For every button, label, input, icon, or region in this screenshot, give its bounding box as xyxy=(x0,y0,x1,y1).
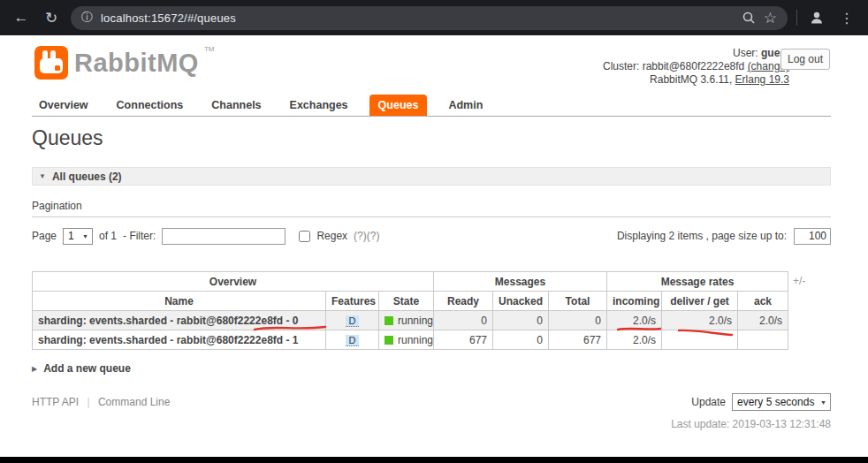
queue-total-cell: 0 xyxy=(549,311,607,330)
search-icon[interactable] xyxy=(742,11,756,25)
select-arrow-icon: ▼ xyxy=(82,233,88,239)
col-header-incoming[interactable]: incoming xyxy=(607,292,662,311)
queues-table-wrap: Overview Messages Message rates Name Fea… xyxy=(32,271,788,350)
col-header-total[interactable]: Total xyxy=(549,292,607,311)
select-arrow-icon: ▼ xyxy=(820,399,826,406)
table-row: sharding: events.sharded - rabbit@680f22… xyxy=(33,330,788,350)
page-title: Queues xyxy=(32,126,103,150)
logo-tm: TM xyxy=(204,45,215,53)
queue-unacked-cell: 0 xyxy=(493,311,549,330)
add-queue-section-toggle[interactable]: ▶ Add a new queue xyxy=(32,362,131,375)
account-info: User: guest Cluster: rabbit@680f2222e8fd… xyxy=(603,47,789,87)
screenshot-bottom-edge xyxy=(0,457,868,463)
col-header-ack[interactable]: ack xyxy=(738,292,788,311)
tab-overview[interactable]: Overview xyxy=(32,95,95,116)
page-label: Page xyxy=(32,230,57,242)
collapse-triangle-icon: ▼ xyxy=(39,172,46,180)
group-header-message-rates: Message rates xyxy=(607,272,788,292)
page-number-value: 1 xyxy=(68,230,74,242)
queue-deliver-get-cell: 2.0/s xyxy=(662,311,738,330)
divider-rule xyxy=(32,216,831,217)
footer-links: HTTP API | Command Line xyxy=(32,396,170,408)
browser-menu-icon[interactable]: ⋮ xyxy=(836,7,857,28)
page-number-select[interactable]: 1 ▼ xyxy=(63,228,93,245)
queue-features-cell: D xyxy=(326,311,379,330)
page-size-input[interactable] xyxy=(794,228,831,245)
url-text[interactable]: localhost:15672/#/queues xyxy=(101,11,734,25)
all-queues-label: All queues (2) xyxy=(52,171,122,183)
queue-ack-cell xyxy=(738,330,788,350)
column-toggle[interactable]: +/- xyxy=(793,275,805,287)
bookmark-star-icon[interactable]: ☆ xyxy=(764,11,777,26)
running-state-icon xyxy=(385,336,393,345)
erlang-version-link[interactable]: Erlang 19.3 xyxy=(735,73,789,86)
queue-deliver-get-cell xyxy=(662,330,738,350)
filter-label: - Filter: xyxy=(123,230,156,242)
rabbitmq-logo-icon xyxy=(34,45,69,80)
tab-channels[interactable]: Channels xyxy=(204,95,268,116)
add-queue-label: Add a new queue xyxy=(43,362,131,375)
displaying-label: Displaying 2 items , page size up to: xyxy=(617,230,787,242)
page-size-controls: Displaying 2 items , page size up to: xyxy=(617,227,831,245)
all-queues-section-toggle[interactable]: ▼ All queues (2) xyxy=(32,167,831,186)
queue-ready-cell: 0 xyxy=(434,311,493,330)
regex-label: Regex xyxy=(316,230,347,242)
col-header-name[interactable]: Name xyxy=(33,292,326,311)
queue-state-text: running xyxy=(398,315,433,327)
queue-incoming-cell: 2.0/s xyxy=(607,330,662,350)
pagination-label: Pagination xyxy=(32,200,82,212)
tab-exchanges[interactable]: Exchanges xyxy=(283,95,355,116)
durable-badge[interactable]: D xyxy=(346,315,360,327)
col-header-features[interactable]: Features xyxy=(326,292,379,311)
col-header-deliver-get[interactable]: deliver / get xyxy=(662,292,738,311)
tab-admin[interactable]: Admin xyxy=(441,95,490,116)
command-line-link[interactable]: Command Line xyxy=(98,396,170,408)
of-pages-label: of 1 xyxy=(99,230,117,242)
address-bar[interactable]: ⓘ localhost:15672/#/queues ☆ xyxy=(71,6,788,30)
update-interval-select[interactable]: every 5 seconds ▼ xyxy=(732,393,831,411)
col-header-unacked[interactable]: Unacked xyxy=(493,292,549,311)
version-line: RabbitMQ 3.6.11, Erlang 19.3 xyxy=(603,73,789,87)
group-header-messages: Messages xyxy=(434,272,607,292)
tab-queues[interactable]: Queues xyxy=(369,95,428,116)
last-update-timestamp: Last update: 2019-03-13 12:31:48 xyxy=(671,418,831,430)
group-header-overview: Overview xyxy=(33,272,434,292)
http-api-link[interactable]: HTTP API xyxy=(32,396,79,408)
queue-unacked-cell: 0 xyxy=(493,330,549,350)
user-label: User: xyxy=(733,47,758,59)
queue-name-link[interactable]: sharding: events.sharded - rabbit@680f22… xyxy=(33,311,326,330)
queue-total-cell: 677 xyxy=(549,330,607,350)
logo-wordmark: RabbitMQ xyxy=(74,45,199,80)
cluster-label: Cluster: xyxy=(603,60,639,72)
queue-ready-cell: 677 xyxy=(434,330,493,350)
regex-checkbox[interactable] xyxy=(299,231,310,242)
tab-connections[interactable]: Connections xyxy=(110,95,191,116)
regex-help-links[interactable]: (?)(?) xyxy=(354,230,379,242)
browser-toolbar: ← ↻ ⓘ localhost:15672/#/queues ☆ ⋮ xyxy=(0,0,868,35)
pagination-controls: Page 1 ▼ of 1 - Filter: Regex (?)(?) xyxy=(32,227,379,245)
queue-incoming-cell: 2.0/s xyxy=(607,311,662,330)
user-line: User: guest xyxy=(603,47,789,60)
queues-table: Overview Messages Message rates Name Fea… xyxy=(32,271,788,350)
queue-state-cell: running xyxy=(379,330,434,350)
cluster-name: rabbit@680f2222e8fd xyxy=(643,60,745,72)
update-interval-value: every 5 seconds xyxy=(737,396,814,408)
col-header-state[interactable]: State xyxy=(379,292,434,311)
expand-triangle-icon: ▶ xyxy=(32,365,37,373)
queue-state-cell: running xyxy=(379,311,434,330)
queue-ack-cell: 2.0/s xyxy=(738,311,788,330)
col-header-ready[interactable]: Ready xyxy=(434,292,493,311)
cluster-line: Cluster: rabbit@680f2222e8fd (change) xyxy=(603,60,789,73)
rabbitmq-logo[interactable]: RabbitMQ TM xyxy=(34,45,215,80)
durable-badge[interactable]: D xyxy=(346,335,360,346)
page-info-icon[interactable]: ⓘ xyxy=(81,10,93,26)
running-state-icon xyxy=(385,316,393,325)
back-icon[interactable]: ← xyxy=(11,7,32,28)
filter-input[interactable] xyxy=(162,228,286,245)
profile-icon[interactable] xyxy=(806,7,827,28)
queue-name-link[interactable]: sharding: events.sharded - rabbit@680f22… xyxy=(33,330,326,350)
queue-state-text: running xyxy=(398,334,433,346)
reload-icon[interactable]: ↻ xyxy=(41,7,62,28)
logout-button[interactable]: Log out xyxy=(780,49,830,70)
footer-links-divider: | xyxy=(87,396,89,408)
